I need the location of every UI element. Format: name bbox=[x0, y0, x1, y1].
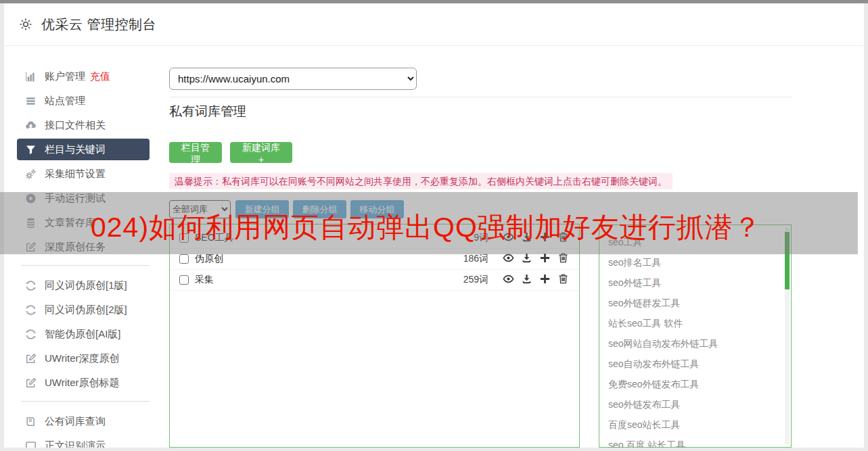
sidebar-group-main: 账户管理 充值 站点管理 接口文件相关 栏目与关键词 采集细节设置 手动运行测试… bbox=[4, 64, 166, 259]
sidebar-item[interactable]: 采集细节设置 bbox=[17, 162, 150, 186]
plus-icon[interactable] bbox=[539, 273, 551, 285]
lexicon-list-panel: SEO工具 9词 伪原创 186词 采集 259词 bbox=[169, 224, 580, 448]
lexicon-row: 伪原创 186词 bbox=[170, 249, 579, 270]
refresh-icon bbox=[25, 304, 37, 316]
lexicon-actions bbox=[497, 231, 570, 245]
scrollbar-track[interactable] bbox=[785, 228, 790, 444]
plus-icon[interactable] bbox=[539, 231, 551, 243]
lexicon-actions bbox=[497, 273, 570, 287]
sidebar-item[interactable]: 正文识别演示 bbox=[17, 433, 150, 448]
app-title: 优采云 管理控制台 bbox=[41, 16, 156, 34]
keyword-list-panel: seo工具seo排名工具seo外链工具seo外链群发工具站长seo工具 软件se… bbox=[599, 224, 792, 448]
sidebar-item-label: 公有词库查询 bbox=[45, 415, 106, 428]
section-divider bbox=[169, 97, 792, 97]
sidebar-item-label: 账户管理 bbox=[45, 70, 85, 83]
gears-icon bbox=[25, 168, 37, 180]
sidebar-group-rewrite: 同义词伪原创[1版] 同义词伪原创[2版] 智能伪原创[AI版] UWriter… bbox=[4, 273, 166, 395]
keyword-item[interactable]: seo外链发布工具 bbox=[599, 394, 791, 414]
sidebar-divider bbox=[21, 401, 150, 402]
sidebar-item[interactable]: 智能伪原创[AI版] bbox=[17, 322, 150, 346]
book-icon bbox=[25, 416, 37, 427]
keyword-item[interactable]: seo外链工具 bbox=[599, 272, 791, 293]
lexicon-filter-select[interactable]: 全部词库 bbox=[169, 200, 231, 218]
sidebar-item[interactable]: 接口文件相关 bbox=[17, 113, 150, 137]
trash-icon[interactable] bbox=[557, 231, 570, 243]
sidebar-group-tools: 公有词库查询 正文识别演示 bbox=[4, 409, 166, 448]
keyword-item[interactable]: seo 百度 站长工具 bbox=[599, 435, 791, 448]
lexicon-name: 采集 bbox=[195, 274, 214, 286]
sidebar-item[interactable]: 账户管理 充值 bbox=[17, 64, 150, 89]
sidebar-item-label: 手动运行测试 bbox=[45, 192, 106, 205]
monitor-icon bbox=[25, 440, 37, 448]
edit-icon bbox=[25, 353, 37, 364]
site-select[interactable]: https://www.ucaiyun.com bbox=[169, 68, 417, 90]
sidebar-item[interactable]: 公有词库查询 bbox=[17, 409, 150, 433]
sidebar-item[interactable]: 同义词伪原创[2版] bbox=[17, 298, 150, 322]
sidebar-item-label: 同义词伪原创[1版] bbox=[45, 279, 127, 292]
keyword-item[interactable]: 免费seo外链发布工具 bbox=[599, 374, 791, 394]
trash-icon[interactable] bbox=[557, 252, 570, 264]
refresh-icon bbox=[25, 280, 37, 291]
sidebar-item-label: 文章暂存库 bbox=[45, 216, 95, 229]
sidebar-item[interactable]: 深度原创任务 bbox=[17, 235, 150, 259]
sidebar-item[interactable]: 手动运行测试 bbox=[17, 186, 150, 210]
keyword-item[interactable]: 站长seo工具 软件 bbox=[599, 313, 791, 333]
lexicon-checkbox[interactable] bbox=[179, 233, 189, 243]
keyword-item[interactable]: seo网站自动发布外链工具 bbox=[599, 333, 791, 354]
column-manage-button[interactable]: 栏目管理 bbox=[169, 142, 222, 163]
sidebar-item-label: 接口文件相关 bbox=[45, 119, 106, 132]
sidebar-item-label: 采集细节设置 bbox=[45, 168, 106, 181]
sidebar-item-label: 栏目与关键词 bbox=[45, 143, 106, 156]
eye-icon[interactable] bbox=[503, 252, 515, 264]
sidebar-item[interactable]: UWriter原创标题 bbox=[17, 371, 150, 395]
sidebar-item[interactable]: UWriter深度原创 bbox=[17, 346, 150, 371]
keyword-item[interactable]: seo工具 bbox=[599, 232, 791, 252]
download-icon[interactable] bbox=[521, 252, 533, 264]
keyword-item[interactable]: seo排名工具 bbox=[599, 252, 791, 272]
sidebar-item-label: 智能伪原创[AI版] bbox=[45, 328, 121, 341]
eye-icon[interactable] bbox=[503, 273, 515, 285]
lexicon-row: 采集 259词 bbox=[170, 270, 579, 291]
lexicon-name: SEO工具 bbox=[195, 232, 234, 244]
page-title: 私有词库管理 bbox=[169, 103, 246, 120]
sidebar-item-label: UWriter原创标题 bbox=[45, 377, 120, 389]
lexicon-checkbox[interactable] bbox=[179, 275, 189, 285]
sidebar-item[interactable]: 站点管理 bbox=[17, 89, 150, 113]
sidebar-item-label: UWriter深度原创 bbox=[45, 352, 120, 365]
app-card: 优采云 管理控制台 账户管理 充值 站点管理 接口文件相关 栏目与关键词 采集细… bbox=[4, 3, 864, 448]
lexicon-checkbox[interactable] bbox=[179, 254, 189, 264]
sidebar-item-label: 深度原创任务 bbox=[45, 241, 106, 254]
move-group-button[interactable]: 移动分组 bbox=[350, 200, 404, 218]
bar-chart-icon bbox=[25, 71, 37, 82]
lexicon-name: 伪原创 bbox=[195, 253, 223, 265]
tip-banner: 温馨提示：私有词库可以在同账号不同网站之间共享使用，不必重复添加。右侧框内关键词… bbox=[169, 173, 672, 189]
download-icon[interactable] bbox=[521, 231, 533, 243]
play-icon bbox=[25, 193, 37, 204]
sidebar-item[interactable]: 同义词伪原创[1版] bbox=[17, 273, 150, 298]
scrollbar-thumb[interactable] bbox=[785, 232, 790, 289]
eye-icon[interactable] bbox=[503, 231, 515, 243]
gear-icon bbox=[19, 18, 32, 31]
edit-icon bbox=[25, 241, 37, 253]
new-lexicon-button[interactable]: 新建词库 + bbox=[230, 142, 292, 163]
new-group-button[interactable]: 新建分组 bbox=[235, 200, 289, 218]
recharge-link[interactable]: 充值 bbox=[90, 70, 110, 83]
lexicon-word-count: 186词 bbox=[463, 253, 488, 265]
keyword-item[interactable]: 百度seo站长工具 bbox=[599, 414, 791, 435]
download-icon[interactable] bbox=[521, 273, 533, 285]
lexicon-word-count: 259词 bbox=[463, 274, 488, 286]
sidebar-item-label: 同义词伪原创[2版] bbox=[45, 304, 127, 316]
sidebar-item-label: 正文识别演示 bbox=[45, 440, 106, 448]
keyword-item[interactable]: seo自动发布外链工具 bbox=[599, 354, 791, 374]
trash-icon[interactable] bbox=[557, 273, 570, 285]
refresh-icon bbox=[25, 329, 37, 340]
sidebar-item[interactable]: 文章暂存库 bbox=[17, 210, 150, 235]
keyword-item[interactable]: seo外链群发工具 bbox=[599, 293, 791, 313]
app-header: 优采云 管理控制台 bbox=[4, 3, 864, 46]
lexicon-word-count: 9词 bbox=[474, 232, 488, 244]
plus-icon[interactable] bbox=[539, 252, 551, 264]
database-icon bbox=[25, 217, 37, 229]
lexicon-actions bbox=[497, 252, 570, 266]
sidebar-item[interactable]: 栏目与关键词 bbox=[17, 139, 150, 160]
delete-group-button[interactable]: 删除分组 bbox=[293, 200, 346, 218]
